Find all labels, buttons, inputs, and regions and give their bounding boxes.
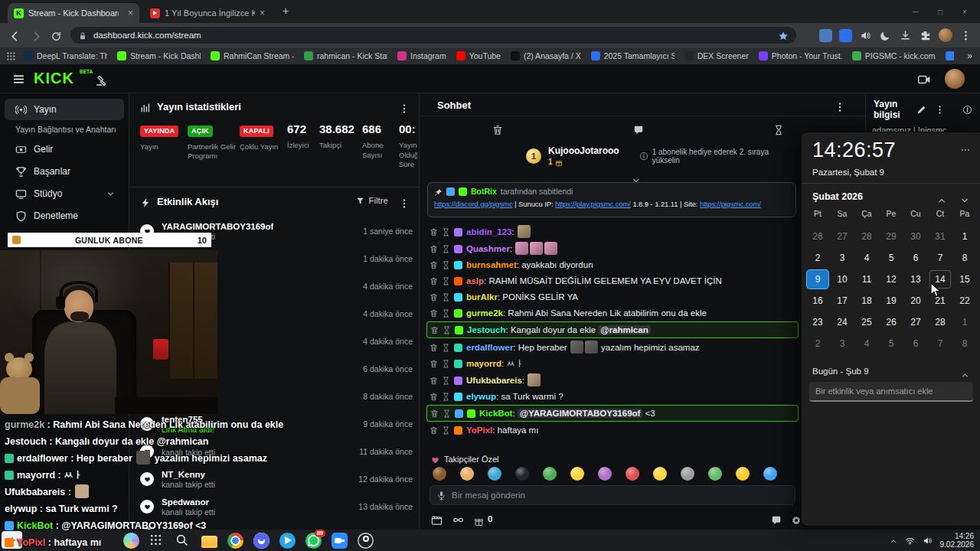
message-timeout-icon[interactable] — [442, 392, 450, 401]
calendar-date[interactable]: 25 — [854, 311, 879, 333]
calendar-date[interactable]: 27 — [903, 311, 928, 333]
stream-info-info-icon[interactable] — [962, 103, 972, 116]
tab-close-icon[interactable]: × — [260, 8, 265, 18]
message-timeout-icon[interactable] — [442, 292, 450, 302]
bookmark-item[interactable]: DEX Screener — [684, 51, 749, 60]
chat-mode-bubble-icon[interactable] — [633, 122, 644, 136]
activity-menu-kebab-icon[interactable] — [399, 196, 410, 210]
message-trash-icon[interactable] — [430, 409, 439, 418]
calendar-next-chevron-icon[interactable] — [960, 193, 969, 207]
chat-username[interactable]: gurme2k — [466, 308, 503, 318]
calendar-date[interactable]: 26 — [879, 311, 903, 333]
tab-close-icon[interactable]: × — [128, 8, 133, 18]
apps-grid-icon[interactable] — [6, 49, 16, 63]
emote-icon[interactable] — [736, 467, 750, 481]
extension-icon[interactable] — [819, 29, 832, 42]
message-trash-icon[interactable] — [430, 276, 438, 285]
bookmark-item[interactable]: DeepL Translate: Th... — [24, 51, 107, 60]
chat-identity-icon[interactable] — [771, 513, 782, 527]
user-avatar[interactable] — [945, 69, 965, 89]
calendar-prev-chevron-icon[interactable] — [937, 193, 946, 207]
emote-icon[interactable] — [515, 467, 529, 481]
calendar-date[interactable]: 12 — [879, 269, 903, 290]
calendar-date[interactable]: 5 — [879, 333, 903, 354]
hamburger-menu-icon[interactable] — [12, 72, 25, 86]
pinned-link[interactable]: https://discord.gg/pigsmc — [434, 200, 513, 208]
kick-logo[interactable]: KICK — [34, 69, 74, 87]
browser-profile-avatar[interactable] — [939, 28, 952, 42]
message-timeout-icon[interactable] — [442, 244, 450, 253]
chat-username[interactable]: burAlkr — [466, 292, 498, 302]
tray-clock[interactable]: 14:26 9.02.2026 — [940, 532, 975, 549]
pinned-link[interactable]: https://play.pigsmc.com/ — [555, 200, 631, 208]
chat-username[interactable]: aslp — [466, 276, 484, 285]
calendar-date[interactable]: 13 — [903, 269, 928, 290]
emote-icon[interactable] — [460, 467, 474, 481]
calendar-date[interactable]: 22 — [952, 290, 977, 311]
bookmark-item[interactable]: (2) Anasayfa / X — [511, 51, 581, 60]
bookmark-item[interactable]: YouTube — [456, 51, 501, 60]
calendar-date[interactable]: 24 — [830, 311, 854, 333]
back-icon[interactable] — [9, 29, 21, 43]
emote-icon[interactable] — [681, 467, 694, 481]
calendar-date[interactable]: 1 — [952, 311, 977, 333]
message-trash-icon[interactable] — [430, 244, 438, 253]
tray-overflow-chevron-icon[interactable] — [890, 533, 897, 547]
extensions-puzzle-icon[interactable] — [919, 29, 932, 42]
sidebar-item-yay-n[interactable]: Yayın — [5, 99, 124, 120]
message-trash-icon[interactable] — [430, 425, 438, 435]
forward-icon[interactable] — [31, 29, 42, 43]
calendar-date[interactable]: 29 — [879, 226, 903, 247]
slow-mode-hourglass-icon[interactable] — [773, 122, 784, 136]
calendar-date[interactable]: 15 — [952, 269, 977, 290]
sidebar-item-denetleme[interactable]: Denetleme — [5, 205, 124, 227]
calendar-date[interactable]: 7 — [928, 247, 952, 269]
speaker-extension-icon[interactable] — [859, 29, 872, 42]
calendar-date[interactable]: 26 — [805, 226, 830, 247]
tab-youtube-video[interactable]: 1 Yıl Boyunca İngilizce Konuş... × — [144, 3, 271, 23]
chat-username[interactable]: abidin_123 — [466, 227, 511, 236]
message-trash-icon[interactable] — [430, 260, 438, 269]
new-tab-button[interactable]: + — [279, 5, 292, 18]
bookmark-item[interactable]: 2025 Tamamlayıcı S... — [591, 51, 675, 60]
stats-menu-kebab-icon[interactable] — [399, 101, 410, 115]
emote-icon[interactable] — [653, 467, 667, 481]
bookmark-item[interactable]: uxento — [946, 51, 954, 60]
emote-icon[interactable] — [708, 467, 722, 481]
stream-info-kebab-icon[interactable] — [935, 103, 945, 116]
gift-leaderboard-banner[interactable]: 1 KujoooJotarooo 1 1 abonelik hediye ede… — [420, 139, 797, 173]
calendar-date[interactable]: 4 — [854, 333, 879, 354]
chat-username[interactable]: mayorrd — [466, 359, 501, 368]
calendar-date[interactable]: 17 — [830, 290, 854, 311]
message-trash-icon[interactable] — [430, 392, 438, 401]
calendar-date[interactable]: 23 — [805, 311, 830, 333]
message-trash-icon[interactable] — [430, 308, 438, 318]
filter-button[interactable]: Filtre — [356, 196, 388, 205]
reload-icon[interactable] — [51, 29, 62, 43]
calendar-date[interactable]: 30 — [903, 226, 928, 247]
message-timeout-icon[interactable] — [442, 359, 450, 368]
address-bar[interactable]: dashboard.kick.com/stream — [70, 27, 796, 44]
calendar-date[interactable]: 18 — [854, 290, 879, 311]
sidebar-item-ba-ar-lar[interactable]: Başarılar — [5, 161, 124, 182]
emote-icon[interactable] — [543, 467, 557, 481]
message-timeout-icon[interactable] — [443, 409, 451, 418]
chat-username[interactable]: Jestouch — [467, 325, 506, 334]
stream-clip-icon[interactable] — [917, 72, 931, 86]
chat-settings-gear-icon[interactable] — [791, 513, 802, 527]
browser-menu-kebab-icon[interactable] — [959, 29, 972, 42]
bookmarks-overflow-icon[interactable]: » — [967, 51, 972, 61]
chat-username[interactable]: YoPixl — [466, 425, 492, 435]
bookmark-star-icon[interactable] — [778, 28, 789, 42]
bookmark-item[interactable]: PIGSMC - kick.com/... — [852, 51, 936, 60]
close-icon[interactable]: × — [952, 8, 977, 16]
calendar-date[interactable]: 28 — [928, 311, 952, 333]
calendar-date[interactable]: 11 — [854, 269, 879, 290]
message-timeout-icon[interactable] — [442, 260, 450, 269]
chat-menu-kebab-icon[interactable] — [835, 99, 845, 113]
calendar-date[interactable]: 2 — [805, 333, 830, 354]
bookmark-item[interactable]: Photon - Your Trust... — [759, 51, 842, 60]
calendar-date[interactable]: 1 — [952, 226, 977, 247]
message-trash-icon[interactable] — [430, 292, 438, 302]
calendar-date[interactable]: 7 — [928, 333, 952, 354]
